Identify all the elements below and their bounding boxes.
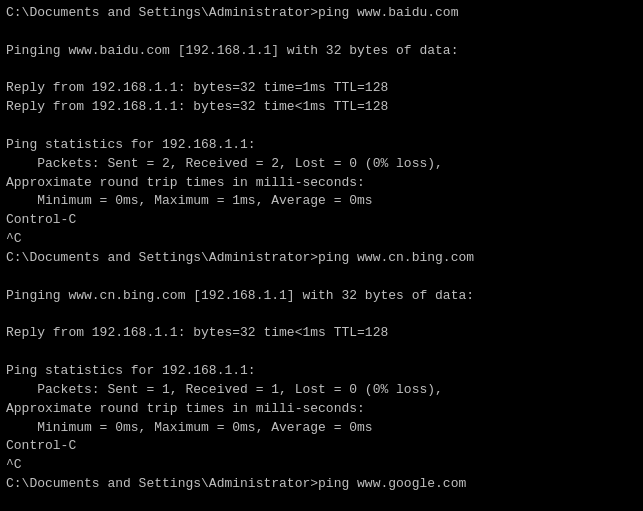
terminal-line: Pinging www.baidu.com [192.168.1.1] with… bbox=[6, 42, 637, 61]
terminal-line: Control-C bbox=[6, 211, 637, 230]
terminal-line: Approximate round trip times in milli-se… bbox=[6, 400, 637, 419]
terminal-window[interactable]: C:\Documents and Settings\Administrator>… bbox=[0, 0, 643, 511]
terminal-line bbox=[6, 343, 637, 362]
terminal-line bbox=[6, 117, 637, 136]
terminal-line: ^C bbox=[6, 230, 637, 249]
terminal-line: Reply from 192.168.1.1: bytes=32 time<1m… bbox=[6, 324, 637, 343]
terminal-line: Packets: Sent = 1, Received = 1, Lost = … bbox=[6, 381, 637, 400]
terminal-line: Control-C bbox=[6, 437, 637, 456]
terminal-line: Packets: Sent = 2, Received = 2, Lost = … bbox=[6, 155, 637, 174]
terminal-line: Reply from 192.168.1.1: bytes=32 time=1m… bbox=[6, 79, 637, 98]
terminal-line bbox=[6, 23, 637, 42]
terminal-line bbox=[6, 494, 637, 511]
terminal-line: C:\Documents and Settings\Administrator>… bbox=[6, 249, 637, 268]
terminal-line: C:\Documents and Settings\Administrator>… bbox=[6, 475, 637, 494]
terminal-line: Ping statistics for 192.168.1.1: bbox=[6, 136, 637, 155]
terminal-line bbox=[6, 268, 637, 287]
terminal-line: Minimum = 0ms, Maximum = 1ms, Average = … bbox=[6, 192, 637, 211]
terminal-line: Reply from 192.168.1.1: bytes=32 time<1m… bbox=[6, 98, 637, 117]
terminal-line: Approximate round trip times in milli-se… bbox=[6, 174, 637, 193]
terminal-line: Pinging www.cn.bing.com [192.168.1.1] wi… bbox=[6, 287, 637, 306]
terminal-line bbox=[6, 61, 637, 80]
terminal-line bbox=[6, 306, 637, 325]
terminal-line: Ping statistics for 192.168.1.1: bbox=[6, 362, 637, 381]
terminal-line: C:\Documents and Settings\Administrator>… bbox=[6, 4, 637, 23]
terminal-line: ^C bbox=[6, 456, 637, 475]
terminal-line: Minimum = 0ms, Maximum = 0ms, Average = … bbox=[6, 419, 637, 438]
